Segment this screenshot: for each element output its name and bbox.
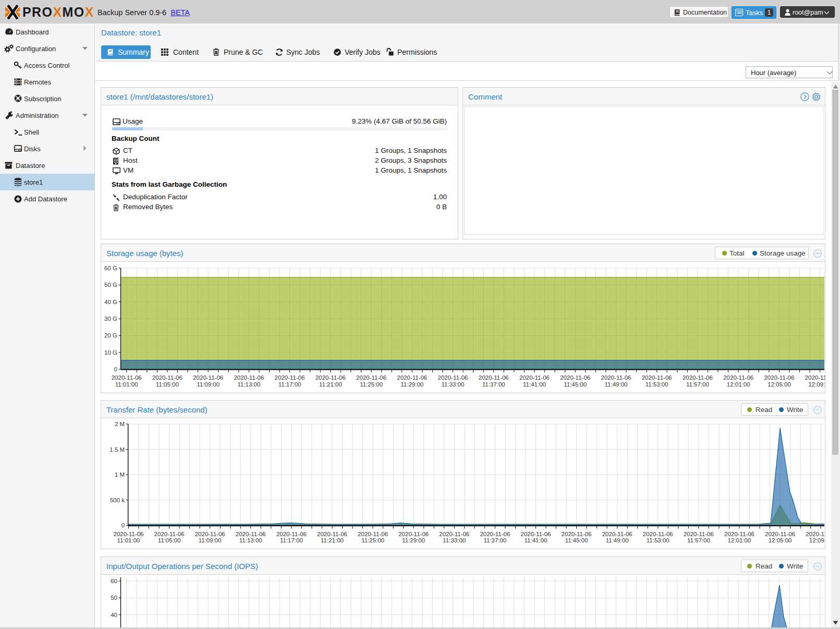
svg-text:1.5 M: 1.5 M (109, 446, 125, 453)
svg-text:12:09:00: 12:09:00 (808, 381, 825, 388)
svg-text:11:41:00: 11:41:00 (525, 537, 547, 543)
svg-text:2020-11-06: 2020-11-06 (480, 531, 510, 537)
svg-text:2020-11-06: 2020-11-06 (439, 531, 469, 537)
svg-text:2020-11-06: 2020-11-06 (683, 374, 713, 381)
svg-text:11:53:00: 11:53:00 (646, 381, 668, 388)
svg-text:2020-11-06: 2020-11-06 (397, 374, 427, 381)
svg-text:12:01:00: 12:01:00 (728, 537, 751, 543)
svg-text:11:17:00: 11:17:00 (278, 381, 301, 388)
svg-text:11:53:00: 11:53:00 (647, 537, 669, 543)
svg-text:11:33:00: 11:33:00 (442, 381, 465, 388)
svg-text:2020-11-06: 2020-11-06 (112, 374, 142, 381)
svg-text:60 G: 60 G (104, 265, 117, 271)
svg-text:2020-11-06: 2020-11-06 (152, 374, 182, 381)
svg-text:2020-11-06: 2020-11-06 (601, 374, 631, 381)
svg-text:2020-11-06: 2020-11-06 (724, 531, 754, 537)
svg-text:1 M: 1 M (115, 471, 125, 478)
svg-text:11:33:00: 11:33:00 (443, 537, 466, 543)
svg-text:11:45:00: 11:45:00 (564, 381, 587, 388)
svg-text:2020-11-06: 2020-11-06 (315, 374, 346, 381)
svg-text:11:09:00: 11:09:00 (197, 381, 220, 388)
svg-text:12:05:00: 12:05:00 (768, 381, 791, 388)
svg-text:50: 50 (111, 595, 117, 601)
svg-text:2020-11-06: 2020-11-06 (438, 374, 468, 381)
svg-text:2020-11-06: 2020-11-06 (723, 374, 753, 381)
svg-text:500 k: 500 k (110, 497, 125, 503)
svg-text:2020-11-06: 2020-11-06 (195, 531, 225, 537)
svg-text:2020-11-06: 2020-11-06 (275, 374, 305, 381)
svg-text:2020-11-06: 2020-11-06 (154, 531, 185, 537)
svg-text:11:01:00: 11:01:00 (115, 381, 138, 388)
svg-text:11:13:00: 11:13:00 (237, 381, 260, 388)
svg-text:2020-11-06: 2020-11-06 (684, 531, 714, 537)
svg-text:2020-11-06: 2020-11-06 (114, 531, 144, 537)
svg-text:2020-11-06: 2020-11-06 (764, 374, 794, 381)
svg-text:11:57:00: 11:57:00 (686, 381, 709, 388)
svg-text:2020-11-06: 2020-11-06 (521, 531, 551, 537)
svg-text:11:37:00: 11:37:00 (482, 381, 505, 388)
svg-text:40: 40 (111, 612, 117, 618)
svg-text:12:05:00: 12:05:00 (769, 537, 792, 543)
svg-text:2020-11-06: 2020-11-06 (642, 374, 672, 381)
svg-text:11:29:00: 11:29:00 (402, 537, 425, 543)
svg-text:11:17:00: 11:17:00 (280, 537, 303, 543)
svg-text:0: 0 (121, 522, 125, 528)
svg-text:11:21:00: 11:21:00 (319, 381, 342, 388)
svg-text:40 G: 40 G (104, 299, 117, 305)
svg-text:2 M: 2 M (115, 421, 125, 427)
svg-text:2020-11-06: 2020-11-06 (519, 374, 550, 381)
svg-text:2020-11-06: 2020-11-06 (358, 531, 388, 537)
svg-text:2020-11-06: 2020-11-06 (236, 531, 266, 537)
svg-text:11:25:00: 11:25:00 (361, 537, 384, 543)
svg-text:2020-11-06: 2020-11-06 (317, 531, 347, 537)
svg-text:30 G: 30 G (104, 316, 117, 322)
svg-text:60: 60 (111, 578, 117, 584)
svg-text:2020-11-06: 2020-11-06 (276, 531, 307, 537)
svg-text:2020-11-06: 2020-11-06 (562, 531, 592, 537)
svg-text:12:09:00: 12:09:00 (809, 537, 825, 543)
svg-text:11:45:00: 11:45:00 (565, 537, 588, 543)
svg-text:2020-11-06: 2020-11-06 (234, 374, 264, 381)
svg-text:11:05:00: 11:05:00 (158, 537, 181, 543)
svg-text:2020-11-06: 2020-11-06 (479, 374, 509, 381)
svg-text:2020-11-06: 2020-11-06 (805, 374, 825, 381)
svg-text:12:01:00: 12:01:00 (727, 381, 750, 388)
svg-text:2020-11-06: 2020-11-06 (193, 374, 223, 381)
svg-text:11:09:00: 11:09:00 (199, 537, 222, 543)
svg-text:11:05:00: 11:05:00 (156, 381, 179, 388)
svg-text:2020-11-06: 2020-11-06 (765, 531, 795, 537)
svg-text:20 G: 20 G (104, 332, 117, 338)
svg-text:11:37:00: 11:37:00 (483, 537, 506, 543)
svg-text:11:57:00: 11:57:00 (687, 537, 710, 543)
svg-text:11:13:00: 11:13:00 (239, 537, 262, 543)
svg-text:0: 0 (114, 366, 117, 372)
svg-text:10 G: 10 G (104, 349, 117, 356)
svg-text:2020-11-06: 2020-11-06 (356, 374, 386, 381)
svg-text:50 G: 50 G (104, 282, 117, 288)
svg-text:11:01:00: 11:01:00 (117, 537, 140, 543)
svg-text:2020-11-06: 2020-11-06 (560, 374, 590, 381)
svg-text:2020-11-06: 2020-11-06 (602, 531, 632, 537)
svg-text:11:29:00: 11:29:00 (400, 381, 423, 388)
svg-text:11:21:00: 11:21:00 (321, 537, 344, 543)
svg-text:11:49:00: 11:49:00 (606, 537, 629, 543)
svg-text:11:41:00: 11:41:00 (523, 381, 546, 388)
svg-text:2020-11-06: 2020-11-06 (806, 531, 825, 537)
svg-text:2020-11-06: 2020-11-06 (398, 531, 429, 537)
svg-text:11:25:00: 11:25:00 (360, 381, 383, 388)
svg-text:11:49:00: 11:49:00 (605, 381, 628, 388)
svg-text:2020-11-06: 2020-11-06 (643, 531, 673, 537)
